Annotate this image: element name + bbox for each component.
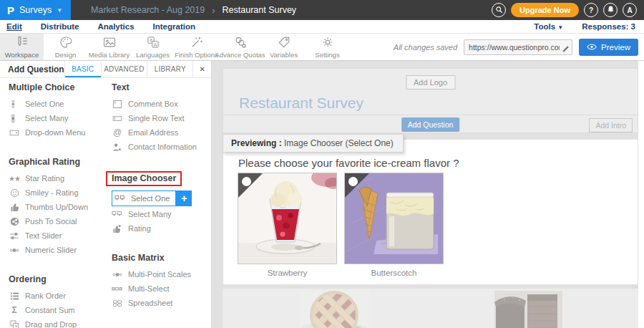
qtype-rank-order[interactable]: Rank Order (9, 289, 94, 303)
share-url-input[interactable] (464, 39, 572, 55)
question-preview-panel: Previewing : Image Chooser (Select One) … (223, 139, 638, 285)
qtype-spreadsheet[interactable]: Spreadsheet (112, 296, 211, 310)
share-url-box (464, 39, 572, 55)
qtype-comment-box[interactable]: Comment Box (112, 97, 211, 111)
add-question-button[interactable]: Add Question (401, 117, 460, 132)
dropdown-icon (9, 128, 20, 138)
breadcrumb-current: Restaurant Survey (223, 5, 297, 15)
option-image-strawberry[interactable] (238, 173, 337, 264)
toolbar-advance-quotas[interactable]: Advance Quotas (218, 34, 262, 60)
survey-title[interactable]: Restaurant Survey (239, 95, 364, 112)
avatar[interactable]: A (623, 3, 637, 17)
image-pins-icon (112, 210, 123, 219)
section-title-image-chooser: Image Chooser (112, 171, 211, 186)
toolbar-design[interactable]: Design (44, 34, 87, 60)
star-icon: ★★ (9, 175, 20, 183)
surveys-menu[interactable]: P Surveys ▼ (0, 0, 71, 20)
search-icon (495, 6, 503, 15)
qtype-select-many[interactable]: Select Many (9, 111, 94, 125)
bell-icon (607, 5, 615, 15)
toolbar-finish-options[interactable]: Finish Options (175, 34, 218, 60)
qtype-contact-information[interactable]: Contact Information (112, 140, 211, 154)
qtype-drag-and-drop[interactable]: Drag and Drop (9, 317, 94, 328)
multi-select-icon (112, 284, 123, 294)
tab-library[interactable]: LIBRARY (147, 61, 192, 77)
add-image-select-one-button[interactable]: + (176, 190, 192, 206)
topbar: P Surveys ▼ Market Research - Aug 2019 ›… (0, 0, 644, 20)
option-card-butterscotch[interactable]: Butterscotch (344, 173, 444, 277)
qtype-image-select-many[interactable]: Select Many (112, 207, 211, 221)
option-image-butterscotch[interactable] (344, 173, 444, 264)
qtype-dropdown-menu[interactable]: Drop-down Menu (9, 125, 94, 140)
survey-toolbar: Workspace Design Media Library aA Langua… (0, 34, 644, 61)
chocolate-cake-image (494, 291, 562, 328)
eye-icon (587, 43, 597, 52)
qtype-select-one[interactable]: Select One (9, 97, 94, 111)
toolbar-media-library[interactable]: Media Library (87, 34, 131, 60)
corner-badge (345, 173, 369, 198)
tab-basic[interactable]: BASIC (64, 61, 101, 77)
add-intro-button[interactable]: Add Intro (589, 118, 633, 132)
qtype-numeric-slider[interactable]: Numeric Slider (9, 243, 94, 257)
notifications-button[interactable] (603, 3, 618, 17)
qtype-constant-sum[interactable]: Σ Constant Sum (9, 303, 94, 317)
sigma-icon: Σ (9, 305, 20, 315)
preview-button[interactable]: Preview (579, 39, 638, 56)
menu-integration[interactable]: Integration (153, 22, 195, 31)
toolbar-variables[interactable]: Variables (262, 34, 306, 60)
qtype-thumbs-up-down[interactable]: Thumbs Up/Down (9, 200, 94, 214)
qtype-email-address[interactable]: @ Email Address (112, 125, 211, 140)
toolbar-languages[interactable]: aA Languages (131, 34, 175, 60)
upgrade-now-button[interactable]: Upgrade Now (511, 3, 579, 17)
menu-distribute[interactable]: Distribute (41, 22, 79, 31)
option-label: Butterscotch (344, 269, 444, 277)
chain-gear-icon (233, 35, 248, 49)
tab-advanced[interactable]: ADVANCED (101, 61, 147, 77)
help-button[interactable]: ? (584, 3, 598, 17)
qtype-push-to-social[interactable]: Push To Social (9, 214, 94, 228)
canvas-scroll-gutter[interactable] (638, 61, 644, 328)
qtype-multi-point-scales[interactable]: Multi-Point Scales (112, 267, 211, 281)
media-library-icon (102, 35, 117, 49)
radio-icon[interactable] (242, 177, 251, 186)
image-options: Strawberry (238, 173, 444, 277)
menubar: Edit Distribute Analytics Integration To… (0, 20, 644, 34)
qtype-text-slider[interactable]: Text Slider (9, 228, 94, 243)
close-icon[interactable]: ✕ (192, 61, 211, 77)
breadcrumb-parent[interactable]: Market Research - Aug 2019 (91, 5, 205, 15)
next-question-faded (223, 289, 638, 328)
question-text: Please choose your favorite ice-cream fl… (238, 157, 459, 169)
chevron-down-icon: ▼ (57, 7, 62, 14)
previewing-prefix: Previewing : (231, 138, 282, 148)
toolbar-workspace[interactable]: Workspace (0, 34, 44, 60)
qtype-multi-select[interactable]: Multi-Select (112, 281, 211, 296)
topbar-actions: Upgrade Now ? A (492, 3, 644, 17)
search-button[interactable] (492, 3, 506, 17)
breadcrumb: Market Research - Aug 2019 › Restaurant … (91, 5, 296, 16)
menu-edit[interactable]: Edit (6, 22, 22, 31)
qtype-single-row-text[interactable]: Single Row Text (112, 111, 211, 125)
qtype-image-select-one[interactable]: Select One (112, 190, 176, 206)
responses-count[interactable]: Responses: 3 (582, 22, 635, 31)
qtype-star-rating[interactable]: ★★ Star Rating (9, 171, 94, 185)
add-row: Add Question Add Intro (223, 115, 638, 132)
at-icon: @ (112, 127, 123, 138)
tools-menu[interactable]: Tools ▼ (534, 22, 563, 31)
section-title-graphical-rating: Graphical Rating (9, 157, 94, 167)
spreadsheet-icon (112, 299, 123, 308)
menu-analytics[interactable]: Analytics (97, 22, 134, 31)
gear-icon (321, 35, 335, 49)
option-card-strawberry[interactable]: Strawberry (238, 173, 337, 277)
autosave-status: All changes saved (394, 43, 457, 52)
qtype-image-rating[interactable]: Rating (112, 221, 211, 236)
questionpro-logo: P (7, 4, 14, 16)
thumb-icon (9, 203, 20, 212)
add-logo-button[interactable]: Add Logo (406, 75, 455, 90)
edit-pencil-icon[interactable] (562, 43, 570, 56)
qtype-smiley-rating[interactable]: Smiley - Rating (9, 185, 94, 200)
languages-icon: aA (146, 35, 160, 49)
toolbar-settings[interactable]: Settings (306, 34, 349, 60)
option-label: Strawberry (238, 269, 337, 277)
previewing-value: Image Chooser (Select One) (284, 138, 394, 148)
radio-icon[interactable] (348, 177, 358, 186)
